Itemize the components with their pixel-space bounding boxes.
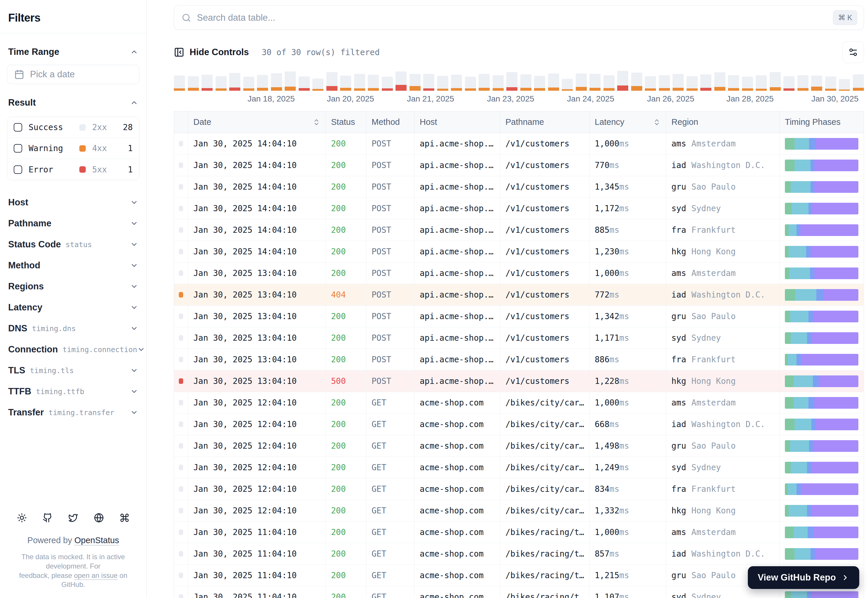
- row-status-indicator[interactable]: [179, 314, 183, 319]
- table-row[interactable]: Jan 30, 2025 13:04:10500POSTapi.acme-sho…: [174, 371, 864, 392]
- row-status-indicator[interactable]: [179, 400, 183, 405]
- checkbox[interactable]: [14, 165, 22, 174]
- timeline-bar[interactable]: [617, 71, 628, 91]
- timeline-bar[interactable]: [687, 76, 698, 91]
- table-row[interactable]: Jan 30, 2025 11:04:10200GETacme-shop.com…: [174, 522, 864, 543]
- row-select-cell[interactable]: [174, 414, 188, 435]
- timeline-bar[interactable]: [534, 76, 545, 91]
- timeline-bar[interactable]: [728, 75, 739, 91]
- row-status-indicator[interactable]: [179, 378, 183, 384]
- timeline-bar[interactable]: [645, 76, 656, 91]
- table-row[interactable]: Jan 30, 2025 13:04:10200POSTapi.acme-sho…: [174, 349, 864, 371]
- row-select-cell[interactable]: [174, 306, 188, 327]
- table-row[interactable]: Jan 30, 2025 14:04:10200POSTapi.acme-sho…: [174, 176, 864, 198]
- row-select-cell[interactable]: [174, 500, 188, 521]
- timeline-bar[interactable]: [437, 76, 448, 91]
- row-select-cell[interactable]: [174, 392, 188, 413]
- row-status-indicator[interactable]: [179, 163, 183, 168]
- row-status-indicator[interactable]: [179, 227, 183, 233]
- timeline-bar[interactable]: [548, 73, 559, 91]
- timeline-bar[interactable]: [672, 74, 684, 91]
- view-settings-button[interactable]: [842, 42, 864, 63]
- command-icon[interactable]: [120, 513, 130, 523]
- row-status-indicator[interactable]: [179, 573, 183, 578]
- timeline-bar[interactable]: [465, 77, 476, 91]
- filter-section-regions[interactable]: Regions: [7, 276, 139, 297]
- filter-section-host[interactable]: Host: [7, 192, 139, 213]
- sun-icon[interactable]: [17, 513, 27, 523]
- timeline-bar[interactable]: [770, 72, 781, 91]
- github-icon[interactable]: [43, 513, 52, 523]
- row-status-indicator[interactable]: [179, 529, 183, 535]
- table-row[interactable]: Jan 30, 2025 12:04:10200GETacme-shop.com…: [174, 435, 864, 457]
- row-select-cell[interactable]: [174, 155, 188, 176]
- timeline-bar[interactable]: [604, 75, 614, 91]
- filter-section-method[interactable]: Method: [7, 255, 139, 276]
- timeline-bar[interactable]: [188, 76, 199, 91]
- timeline-bar[interactable]: [742, 77, 753, 91]
- row-status-indicator[interactable]: [179, 292, 183, 298]
- row-status-indicator[interactable]: [179, 206, 183, 211]
- row-select-cell[interactable]: [174, 241, 188, 262]
- row-select-cell[interactable]: [174, 478, 188, 500]
- table-row[interactable]: Jan 30, 2025 12:04:10200GETacme-shop.com…: [174, 478, 864, 500]
- column-header-latency[interactable]: Latency: [589, 111, 666, 133]
- row-select-cell[interactable]: [174, 586, 188, 598]
- row-status-indicator[interactable]: [179, 141, 183, 147]
- row-select-cell[interactable]: [174, 522, 188, 543]
- timeline-bar[interactable]: [368, 75, 379, 91]
- table-row[interactable]: Jan 30, 2025 13:04:10200POSTapi.acme-sho…: [174, 327, 864, 349]
- section-time-range[interactable]: Time Range: [7, 33, 139, 65]
- table-row[interactable]: Jan 30, 2025 14:04:10200POSTapi.acme-sho…: [174, 241, 864, 263]
- row-select-cell[interactable]: [174, 543, 188, 564]
- timeline-bar[interactable]: [493, 75, 504, 91]
- timeline-bar[interactable]: [562, 79, 573, 91]
- timeline-bar[interactable]: [409, 74, 421, 91]
- timeline-bar[interactable]: [853, 75, 864, 91]
- timeline-bar[interactable]: [382, 77, 393, 91]
- filter-section-latency[interactable]: Latency: [7, 297, 139, 318]
- row-select-cell[interactable]: [174, 284, 188, 305]
- table-row[interactable]: Jan 30, 2025 13:04:10200POSTapi.acme-sho…: [174, 306, 864, 327]
- timeline-bar[interactable]: [354, 74, 365, 91]
- hide-controls-button[interactable]: Hide Controls: [174, 47, 249, 57]
- row-select-cell[interactable]: [174, 457, 188, 478]
- filter-section-pathname[interactable]: Pathname: [7, 213, 139, 234]
- checkbox[interactable]: [14, 144, 22, 152]
- result-option-success[interactable]: Success2xx28: [7, 117, 139, 138]
- row-select-cell[interactable]: [174, 219, 188, 241]
- filter-section-connection[interactable]: Connectiontiming.connection: [7, 339, 139, 360]
- timeline-bar[interactable]: [257, 75, 268, 91]
- row-select-cell[interactable]: [174, 263, 188, 284]
- row-select-cell[interactable]: [174, 349, 188, 370]
- globe-icon[interactable]: [94, 513, 104, 523]
- timeline-bar[interactable]: [312, 78, 323, 91]
- timeline-bar[interactable]: [659, 75, 670, 91]
- timeline-bar[interactable]: [451, 75, 462, 91]
- timeline-bar[interactable]: [215, 76, 227, 91]
- filter-section-dns[interactable]: DNStiming.dns: [7, 318, 139, 339]
- date-picker-input[interactable]: Pick a date: [7, 65, 139, 84]
- twitter-icon[interactable]: [68, 513, 78, 523]
- timeline-bar[interactable]: [479, 74, 490, 91]
- row-status-indicator[interactable]: [179, 335, 183, 341]
- timeline-bar[interactable]: [285, 72, 296, 91]
- table-row[interactable]: Jan 30, 2025 12:04:10200GETacme-shop.com…: [174, 500, 864, 522]
- row-status-indicator[interactable]: [179, 271, 183, 276]
- table-row[interactable]: Jan 30, 2025 11:04:10200GETacme-shop.com…: [174, 543, 864, 565]
- timeline-bar[interactable]: [825, 76, 836, 91]
- row-status-indicator[interactable]: [179, 422, 183, 427]
- timeline-bar[interactable]: [326, 72, 338, 91]
- filter-section-transfer[interactable]: Transfertiming.transfer: [7, 402, 139, 423]
- timeline-bar[interactable]: [202, 75, 213, 91]
- row-status-indicator[interactable]: [179, 594, 183, 598]
- timeline-bar[interactable]: [798, 75, 808, 91]
- column-header-date[interactable]: Date: [188, 111, 326, 133]
- table-row[interactable]: Jan 30, 2025 14:04:10200POSTapi.acme-sho…: [174, 133, 864, 155]
- table-row[interactable]: Jan 30, 2025 12:04:10200GETacme-shop.com…: [174, 414, 864, 435]
- row-status-indicator[interactable]: [179, 249, 183, 254]
- view-github-repo-button[interactable]: View GitHub Repo: [748, 566, 859, 589]
- open-issue-link[interactable]: open an issue: [74, 571, 118, 579]
- timeline-bar[interactable]: [174, 76, 185, 91]
- timeline-bar[interactable]: [243, 77, 254, 91]
